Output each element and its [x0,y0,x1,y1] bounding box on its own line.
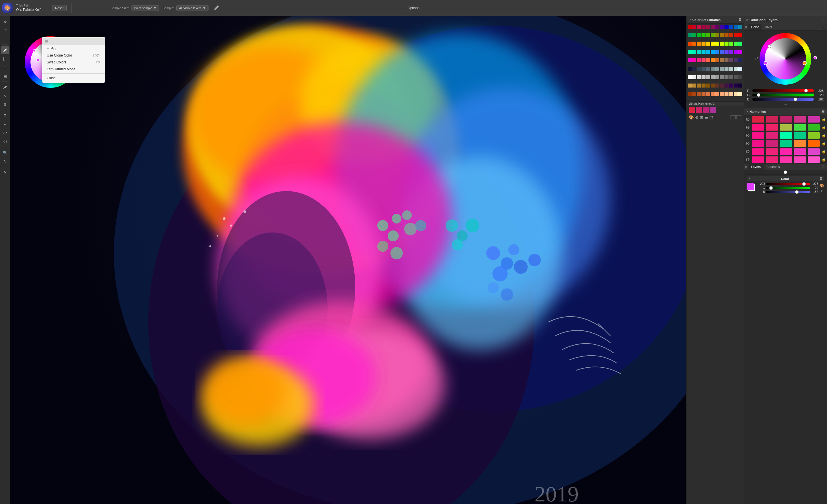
brush-name: Oils Palette Knife [16,8,43,12]
tool-separator-4 [2,147,8,147]
app-icon: 🎨 [2,3,13,13]
svg-point-19 [377,220,388,231]
tool-move[interactable]: ✥ [1,18,9,26]
tool-separator-5 [2,167,8,167]
tool-separator-2 [2,82,8,82]
ctx-left-handed[interactable]: Left-Handed Mode [42,66,105,72]
context-menu: ☰ ✓ Pin Use Clone Color ⇧⌘Y Swap Colors … [42,37,105,83]
sample-size-dropdown[interactable]: Point sample ▼ [132,5,159,11]
canvas-bg[interactable]: Bo Ara 2019 [10,16,414,252]
ctx-pin[interactable]: ✓ Pin [42,45,105,52]
svg-point-3 [3,88,4,89]
brush-category: Thick Paint [16,4,43,7]
tool-eraser[interactable]: ◻ [1,63,9,71]
ctx-close[interactable]: Close [42,74,105,82]
tool-paint[interactable] [1,46,9,54]
tool-crop[interactable]: ⊞ [1,100,9,108]
tool-text[interactable]: T [1,112,9,120]
tool-pen[interactable]: ✒ [1,120,9,128]
sample-label: Sample: [162,6,174,10]
sample-size-label: Sample Size: [110,6,129,10]
ctx-divider [42,73,105,74]
tool-rotate[interactable]: ↻ [1,157,9,165]
eyedropper-cursor [214,5,220,11]
svg-point-0 [3,51,4,52]
tool-eyedropper[interactable] [1,83,9,91]
tool-layers-icon[interactable]: ☰ [1,177,9,185]
svg-point-51 [244,210,246,213]
ctx-header: ☰ [42,38,105,45]
svg-point-23 [402,210,412,220]
tool-lasso[interactable]: ⌒ [1,35,9,43]
canvas-area: Bo Ara 2019 [10,16,414,252]
tool-fill[interactable]: ▣ [1,72,9,80]
svg-point-20 [392,214,401,223]
tool-blur[interactable] [1,138,9,146]
svg-point-48 [223,217,226,220]
sample-size-section: Sample Size: Point sample ▼ [110,5,159,11]
sample-dropdown[interactable]: All visible layers ▼ [176,5,208,11]
toolbar-top: 🎨 Thick Paint Oils Palette Knife Reset O… [0,0,414,16]
svg-point-52 [209,245,211,247]
svg-point-4 [4,140,7,143]
tool-select-rect[interactable]: ⬚ [1,27,9,35]
reset-button[interactable]: Reset [52,5,66,11]
tool-zoom[interactable]: 🔍 [1,149,9,157]
ctx-swap-colors[interactable]: Swap Colors ⇧X [42,59,105,66]
svg-point-50 [216,235,218,237]
tool-fx[interactable]: fx [1,168,9,177]
left-sidebar: ✥ ⬚ ⌒ ◻ ▣ ⤡ ⊞ T ✒ 🔍 ↻ fx ☰ [0,16,10,252]
brush-info: Thick Paint Oils Palette Knife [16,4,43,12]
separator-2 [71,3,71,13]
tool-smudge[interactable] [1,129,9,137]
options-title: Options [407,6,414,10]
menu-icon: ☰ [45,39,48,44]
svg-point-25 [377,241,388,252]
tool-transform[interactable]: ⤡ [1,92,9,100]
svg-point-49 [230,224,232,226]
svg-point-22 [388,231,399,241]
tool-brush[interactable] [1,55,9,63]
color-dot-pink [36,58,40,62]
color-dot-white [33,49,36,52]
sample-section: Sample: All visible layers ▼ [162,5,208,11]
separator-1 [47,3,47,13]
ctx-use-clone-color[interactable]: Use Clone Color ⇧⌘Y [42,52,105,59]
svg-point-2 [3,60,4,61]
